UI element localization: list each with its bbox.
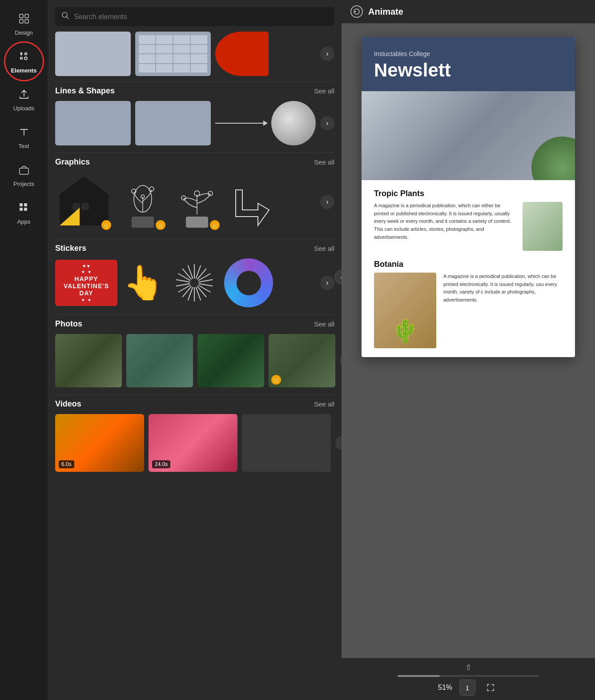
- scroll-item-grid[interactable]: [135, 32, 211, 76]
- newsletter-card[interactable]: Instuctables College Newslett Tropic Pla…: [362, 37, 575, 357]
- photo-thumb-3[interactable]: [197, 334, 264, 387]
- sidebar-item-text[interactable]: Text: [0, 118, 48, 156]
- videos-see-all-button[interactable]: See all: [314, 400, 334, 408]
- svg-line-29: [199, 280, 213, 282]
- collapse-panel-button[interactable]: ‹: [334, 270, 342, 284]
- scroll-right-button[interactable]: ›: [320, 47, 334, 61]
- svg-rect-16: [132, 217, 154, 228]
- photos-see-all-button[interactable]: See all: [314, 320, 334, 328]
- shapes-row: ›: [55, 101, 334, 145]
- newsletter-header: Instuctables College Newslett: [362, 37, 575, 91]
- section-header-lines-shapes: Lines & Shapes See all: [55, 86, 334, 96]
- video-thumb-1[interactable]: 6.0s: [55, 414, 144, 472]
- svg-line-38: [176, 284, 190, 286]
- svg-point-44: [355, 11, 356, 12]
- video-duration-2: 24.0s: [152, 460, 170, 468]
- shape-line-arrow[interactable]: [215, 123, 267, 124]
- scroll-thumb: [398, 675, 440, 677]
- svg-line-37: [178, 285, 191, 292]
- graphics-see-all-button[interactable]: See all: [314, 158, 334, 166]
- sticker-hand[interactable]: 👆: [123, 263, 165, 302]
- page-indicator: 1: [459, 680, 475, 696]
- newsletter-section2-name: Botania: [374, 260, 563, 269]
- page-number: 1: [466, 684, 469, 692]
- sticker-disc[interactable]: [224, 258, 273, 307]
- canvas-area[interactable]: Instuctables College Newslett Tropic Pla…: [342, 24, 595, 658]
- scroll-item-red[interactable]: [215, 32, 269, 76]
- graphics-row: 👑 👑: [55, 172, 334, 232]
- svg-rect-2: [20, 20, 23, 23]
- disc-inner: [237, 271, 261, 295]
- sidebar-item-label: Elements: [11, 67, 37, 74]
- premium-badge: 👑: [101, 220, 111, 230]
- shapes-scroll-right-button[interactable]: ›: [320, 116, 334, 130]
- sidebar-item-uploads[interactable]: Uploads: [0, 80, 48, 118]
- videos-section: Videos See all 6.0s 24.0s ›: [48, 395, 342, 479]
- newsletter-title: Newslett: [374, 60, 563, 80]
- svg-point-23: [181, 196, 186, 200]
- sticker-valentine[interactable]: ♥ ♥ HAPPY VALENTINE'S DAY ♥ ♥: [55, 260, 117, 306]
- newsletter-hero-image: [362, 91, 575, 180]
- photo-thumb-4[interactable]: 👑: [269, 334, 335, 387]
- newsletter-body: Tropic Plants A magazine is a periodical…: [362, 180, 575, 357]
- svg-rect-9: [24, 208, 27, 211]
- disc-visual: [224, 258, 273, 307]
- valentine-sticker-card: ♥ ♥ HAPPY VALENTINE'S DAY ♥ ♥: [55, 260, 117, 306]
- videos-row: 6.0s 24.0s ›: [55, 414, 334, 472]
- fullscreen-button[interactable]: [482, 680, 499, 696]
- graphics-section: Graphics See all 👑: [48, 153, 342, 239]
- photo-thumb-1[interactable]: [55, 334, 122, 387]
- burst-container: [170, 258, 219, 307]
- video-thumb-3[interactable]: [242, 414, 331, 472]
- svg-point-4: [24, 57, 27, 60]
- sidebar-item-design[interactable]: Design: [0, 4, 48, 42]
- photo-thumb-2[interactable]: [126, 334, 193, 387]
- svg-rect-7: [24, 203, 27, 206]
- shape-circle[interactable]: [271, 101, 316, 145]
- graphics-scroll-right-button[interactable]: ›: [320, 195, 334, 209]
- videos-scroll-right-button[interactable]: ›: [335, 436, 342, 450]
- graphic-house[interactable]: 👑: [55, 172, 113, 232]
- stickers-see-all-button[interactable]: See all: [314, 245, 334, 252]
- svg-rect-3: [25, 20, 28, 23]
- sidebar-item-projects[interactable]: Projects: [0, 156, 48, 193]
- section-header-stickers: Stickers See all: [55, 244, 334, 253]
- stickers-scroll-right-button[interactable]: ›: [320, 276, 334, 290]
- svg-rect-8: [20, 208, 23, 211]
- section-header-graphics: Graphics See all: [55, 157, 334, 167]
- graphic-plant-1[interactable]: 👑: [118, 172, 167, 232]
- text-icon: [16, 124, 32, 140]
- chevron-up-icon[interactable]: ⇧: [465, 663, 472, 672]
- lines-shapes-title: Lines & Shapes: [55, 86, 115, 96]
- svg-rect-0: [20, 14, 23, 18]
- svg-line-40: [178, 274, 191, 281]
- shape-rect-1[interactable]: [55, 101, 131, 145]
- lines-shapes-see-all-button[interactable]: See all: [314, 87, 334, 95]
- hero-image-overlay: [531, 137, 575, 180]
- sidebar-item-label: Design: [15, 29, 32, 36]
- newsletter-body-image-2: 🌵: [374, 273, 436, 348]
- search-bar[interactable]: [55, 7, 334, 26]
- video-duration-1: 6.0s: [59, 460, 74, 468]
- video-thumb-2[interactable]: 24.0s: [149, 414, 237, 472]
- animate-label: Animate: [368, 7, 403, 17]
- photos-section: Photos See all 👑 ›: [48, 315, 342, 394]
- arrow-line: [215, 123, 267, 124]
- apps-icon: [16, 200, 32, 216]
- sidebar-item-apps[interactable]: Apps: [0, 193, 48, 231]
- graphic-plant-2[interactable]: 👑: [173, 172, 221, 232]
- svg-line-39: [176, 280, 190, 282]
- photos-title: Photos: [55, 319, 82, 329]
- elements-panel: › Lines & Shapes See all › Graphics See …: [48, 0, 342, 700]
- shape-rect-2[interactable]: [135, 101, 211, 145]
- sticker-burst[interactable]: [170, 258, 219, 307]
- section-header-photos: Photos See all: [55, 319, 334, 329]
- uploads-icon: [16, 86, 32, 102]
- newsletter-body-text-1: A magazine is a periodical publication, …: [374, 202, 515, 251]
- scroll-item-rect[interactable]: [55, 32, 131, 76]
- sidebar-item-elements[interactable]: Elements: [0, 42, 48, 80]
- graphic-arrow[interactable]: [227, 172, 276, 232]
- search-input[interactable]: [74, 13, 328, 21]
- zoom-level: 51%: [438, 684, 452, 692]
- svg-rect-21: [186, 217, 208, 228]
